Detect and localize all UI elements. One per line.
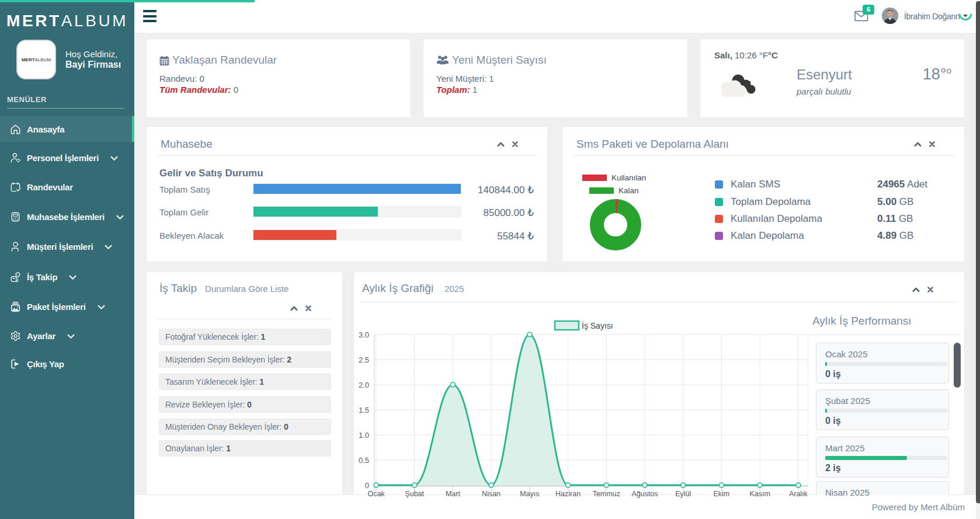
svg-text:Şubat: Şubat [405,490,424,498]
svg-text:Aralık: Aralık [789,490,808,498]
svg-text:0: 0 [365,481,369,490]
svg-text:1.5: 1.5 [359,406,369,414]
svg-text:Nisan: Nisan [482,490,501,498]
svg-text:2.5: 2.5 [359,356,369,364]
svg-text:Mayıs: Mayıs [520,490,539,498]
svg-text:1.0: 1.0 [359,431,369,440]
svg-text:2.0: 2.0 [359,381,369,389]
svg-text:İş Sayısı: İş Sayısı [582,321,613,330]
svg-text:Mart: Mart [446,490,461,498]
svg-text:Eylül: Eylül [675,490,691,498]
svg-text:Ocak: Ocak [367,490,385,498]
svg-text:Kasım: Kasım [749,490,770,498]
svg-text:Ağustos: Ağustos [631,490,658,498]
svg-text:Haziran: Haziran [555,490,581,498]
svg-text:3.0: 3.0 [359,330,369,339]
svg-text:Ekim: Ekim [714,490,730,498]
svg-text:Temmuz: Temmuz [593,490,620,498]
svg-text:0.5: 0.5 [359,456,369,465]
